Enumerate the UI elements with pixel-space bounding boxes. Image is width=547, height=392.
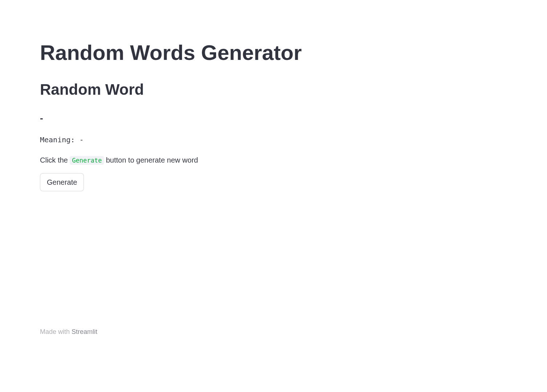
footer-brand[interactable]: Streamlit	[72, 328, 97, 335]
meaning-line: Meaning: -	[40, 135, 507, 144]
page-title: Random Words Generator	[40, 40, 507, 65]
footer-prefix: Made with	[40, 328, 72, 335]
instruction-text: Click the Generate button to generate ne…	[40, 155, 507, 165]
footer: Made with Streamlit	[40, 328, 97, 336]
instruction-suffix: button to generate new word	[104, 156, 198, 164]
meaning-label: Meaning:	[40, 135, 79, 144]
main-content: Random Words Generator Random Word - Mea…	[0, 0, 547, 191]
instruction-prefix: Click the	[40, 156, 70, 164]
word-display: -	[40, 113, 507, 124]
section-header: Random Word	[40, 81, 507, 99]
instruction-code: Generate	[70, 156, 104, 165]
meaning-value: -	[79, 135, 84, 144]
generate-button[interactable]: Generate	[40, 173, 84, 191]
